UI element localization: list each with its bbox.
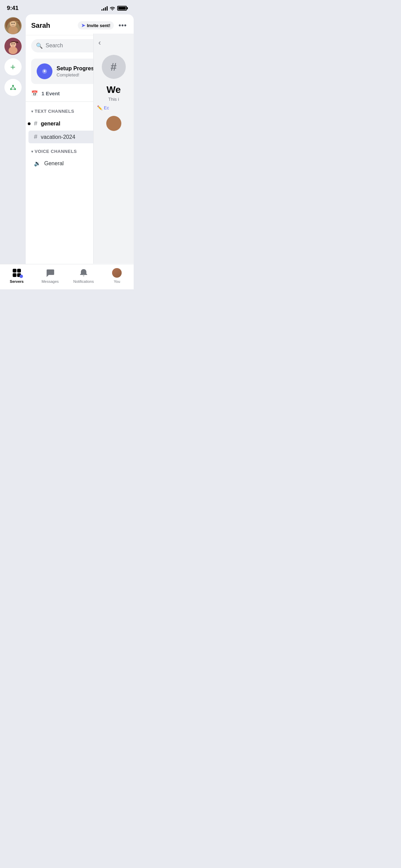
bottom-nav: Servers Messages Notifications You <box>0 264 134 289</box>
discover-icon <box>9 83 17 92</box>
servers-notification-dot <box>20 275 23 278</box>
text-channels-chevron-icon: ▾ <box>31 109 33 114</box>
main-layout: + Sarah ➤ Invite sent! ••• <box>0 14 134 264</box>
svg-rect-24 <box>17 269 21 273</box>
server-name: Sarah <box>31 22 74 29</box>
events-label: 1 Event <box>41 91 60 96</box>
status-time: 9:41 <box>7 5 19 12</box>
server-avatar-sarah[interactable] <box>4 17 22 34</box>
svg-point-20 <box>44 71 45 72</box>
channel-this-text: This i <box>94 95 134 103</box>
back-button[interactable]: ‹ <box>94 34 134 52</box>
setup-subtitle: Completed! <box>57 72 98 77</box>
status-bar: 9:41 <box>0 0 134 14</box>
setup-icon <box>37 63 52 79</box>
search-placeholder: Search <box>46 43 63 49</box>
setup-text: Setup Progress Completed! <box>57 65 98 77</box>
channel-we-text: We <box>94 82 134 95</box>
nav-label-you: You <box>114 279 120 284</box>
voice-channels-chevron-icon: ▾ <box>31 149 33 154</box>
channel-name-vacation: vacation-2024 <box>41 134 75 140</box>
wifi-icon <box>110 6 115 10</box>
unread-indicator <box>28 122 31 125</box>
nav-icon-wrap-messages <box>43 268 57 278</box>
nav-label-messages: Messages <box>41 279 59 284</box>
second-face-svg <box>4 38 22 55</box>
discover-button[interactable] <box>4 79 22 96</box>
setup-title: Setup Progress <box>57 65 98 72</box>
messages-icon <box>45 268 55 278</box>
sarah-face-svg <box>4 17 22 34</box>
svg-point-9 <box>13 43 14 45</box>
member-avatar <box>106 116 121 131</box>
channel-header: Sarah ➤ Invite sent! ••• <box>26 14 134 35</box>
invite-text: Invite sent! <box>87 23 110 28</box>
calendar-icon: 📅 <box>31 90 38 97</box>
channel-name-voice-general: General <box>44 160 64 167</box>
voice-channels-title: Voice Channels <box>35 149 77 154</box>
nav-item-you[interactable]: You <box>100 268 134 284</box>
ellipsis-icon: ••• <box>119 22 127 29</box>
nav-label-notifications: Notifications <box>73 279 94 284</box>
nav-icon-wrap-notifications <box>77 268 90 278</box>
invite-badge[interactable]: ➤ Invite sent! <box>78 21 114 29</box>
invite-arrow-icon: ➤ <box>81 23 85 28</box>
notifications-icon <box>79 268 88 278</box>
svg-point-4 <box>13 23 14 24</box>
hash-icon-vacation: # <box>34 133 37 141</box>
svg-point-10 <box>12 85 14 87</box>
edit-button[interactable]: ✏️ Ec <box>94 103 134 112</box>
wand-icon <box>40 67 49 76</box>
plus-icon: + <box>10 62 15 72</box>
signal-icon <box>101 6 108 11</box>
search-icon: 🔍 <box>36 43 43 49</box>
more-button[interactable]: ••• <box>117 20 128 31</box>
svg-point-1 <box>8 26 18 34</box>
svg-line-14 <box>13 87 15 88</box>
speaker-icon: 🔉 <box>34 160 41 167</box>
channel-name-general: general <box>41 121 60 127</box>
nav-item-notifications[interactable]: Notifications <box>67 268 100 284</box>
add-server-button[interactable]: + <box>4 58 22 75</box>
pencil-icon: ✏️ <box>97 105 102 110</box>
channel-icon-big: # <box>102 55 126 79</box>
status-icons <box>101 6 127 11</box>
server-avatar-second[interactable] <box>4 38 22 55</box>
you-avatar <box>112 268 122 278</box>
edit-label: Ec <box>104 105 109 110</box>
nav-item-messages[interactable]: Messages <box>34 268 67 284</box>
server-sidebar: + <box>0 14 26 264</box>
hash-icon-general: # <box>34 120 37 127</box>
nav-item-servers[interactable]: Servers <box>0 268 34 284</box>
svg-rect-23 <box>13 269 16 273</box>
svg-point-7 <box>9 47 17 54</box>
nav-icon-wrap-servers <box>10 268 24 278</box>
battery-icon <box>117 6 127 11</box>
right-panel: ‹ # We This i ✏️ Ec <box>93 34 134 264</box>
svg-point-8 <box>11 43 12 45</box>
nav-icon-wrap-you <box>110 268 124 278</box>
svg-rect-25 <box>13 273 16 277</box>
text-channels-title: Text Channels <box>35 109 74 114</box>
svg-line-13 <box>11 87 13 88</box>
nav-label-servers: Servers <box>10 279 24 284</box>
svg-point-3 <box>11 23 12 24</box>
